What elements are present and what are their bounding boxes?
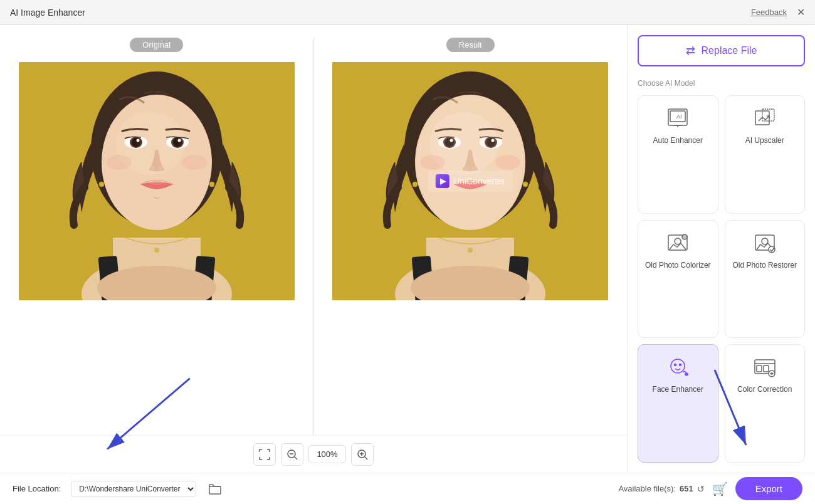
result-photo-container: ▶ UniConverter: [332, 62, 608, 300]
svg-rect-80: [764, 365, 769, 372]
right-panel: ⇄ Replace File Choose AI Model AI: [627, 25, 815, 473]
face-enhancer-label: Face Enhancer: [653, 385, 703, 395]
svg-point-15: [173, 138, 182, 147]
svg-point-47: [413, 182, 418, 187]
app-title: AI Image Enhancer: [10, 8, 85, 18]
original-side: Original: [0, 25, 313, 435]
model-card-auto-enhancer[interactable]: AI Auto Enhancer: [638, 95, 718, 214]
zoom-toolbar: 100%: [0, 435, 627, 473]
title-bar: AI Image Enhancer Feedback ✕: [0, 0, 815, 25]
file-location-select[interactable]: D:\Wondershare UniConverter 1: [71, 481, 196, 497]
close-button[interactable]: ✕: [797, 8, 805, 18]
fit-screen-button[interactable]: [253, 443, 276, 466]
model-card-old-photo-restorer[interactable]: Old Photo Restorer: [725, 220, 806, 339]
ai-upscaler-label: AI Upscaler: [745, 136, 784, 146]
svg-point-22: [99, 182, 104, 187]
ai-upscaler-icon: [752, 106, 777, 131]
title-bar-left: AI Image Enhancer: [10, 8, 85, 18]
svg-point-12: [136, 139, 139, 142]
result-side: Result: [314, 25, 628, 435]
open-folder-button[interactable]: [206, 480, 224, 498]
old-photo-restorer-icon: [752, 231, 777, 256]
watermark-text: UniConverter: [453, 176, 505, 186]
svg-point-72: [671, 359, 685, 373]
svg-point-50: [417, 97, 523, 228]
svg-point-24: [154, 248, 159, 253]
available-files-label: Available file(s):: [618, 484, 676, 493]
svg-line-52: [295, 457, 297, 459]
bottom-bar: File Location: D:\Wondershare UniConvert…: [0, 473, 815, 504]
export-button[interactable]: Export: [735, 477, 802, 500]
replace-icon: ⇄: [686, 44, 695, 58]
old-photo-colorizer-icon: [665, 231, 690, 256]
cart-icon[interactable]: 🛒: [712, 481, 728, 496]
model-card-ai-upscaler[interactable]: AI Upscaler: [725, 95, 806, 214]
color-correction-icon: [752, 355, 777, 380]
svg-point-49: [468, 248, 473, 253]
file-location-label: File Location:: [13, 484, 61, 493]
svg-rect-79: [757, 365, 762, 372]
model-card-old-photo-colorizer[interactable]: Old Photo Colorizer: [638, 220, 718, 339]
original-photo: [19, 62, 295, 300]
result-photo: ▶ UniConverter: [332, 62, 608, 300]
old-photo-colorizer-label: Old Photo Colorizer: [645, 261, 711, 271]
available-files-count: 651: [680, 484, 693, 493]
svg-point-68: [682, 234, 687, 239]
svg-point-74: [680, 364, 681, 366]
bottom-section: File Location: D:\Wondershare UniConvert…: [0, 473, 815, 504]
svg-point-18: [158, 166, 164, 171]
original-label: Original: [130, 38, 183, 52]
svg-point-73: [675, 364, 676, 366]
zoom-in-button[interactable]: [351, 443, 374, 466]
auto-enhancer-icon: AI: [665, 106, 690, 131]
old-photo-restorer-label: Old Photo Restorer: [732, 261, 797, 271]
feedback-link[interactable]: Feedback: [751, 8, 787, 17]
svg-point-20: [107, 155, 132, 170]
svg-text:AI: AI: [676, 113, 682, 120]
svg-point-11: [132, 138, 140, 147]
choose-model-label: Choose AI Model: [638, 79, 805, 88]
model-card-face-enhancer[interactable]: Face Enhancer: [638, 344, 718, 463]
bottom-bar-right: Available file(s): 651 ↺ 🛒 Export: [618, 477, 802, 500]
original-photo-container: [19, 62, 295, 300]
result-label: Result: [446, 38, 495, 52]
face-enhancer-icon: [665, 355, 690, 380]
replace-file-button[interactable]: ⇄ Replace File: [638, 35, 805, 66]
svg-point-19: [149, 181, 164, 185]
svg-point-16: [177, 139, 181, 142]
watermark: ▶ UniConverter: [428, 171, 512, 192]
main-content: Original: [0, 25, 815, 473]
available-files: Available file(s): 651 ↺: [618, 484, 704, 494]
svg-point-23: [209, 182, 214, 187]
svg-point-17: [149, 166, 155, 171]
zoom-level: 100%: [308, 445, 346, 463]
color-correction-label: Color Correction: [737, 385, 792, 395]
image-panel: Original: [0, 25, 627, 473]
model-card-color-correction[interactable]: Color Correction: [725, 344, 806, 463]
replace-file-label: Replace File: [702, 45, 757, 56]
zoom-out-button[interactable]: [281, 443, 303, 466]
image-comparison-area: Original: [0, 25, 627, 435]
auto-enhancer-label: Auto Enhancer: [653, 136, 703, 146]
watermark-icon: ▶: [436, 174, 450, 188]
svg-line-55: [365, 457, 367, 459]
title-bar-right: Feedback ✕: [751, 8, 805, 18]
refresh-icon[interactable]: ↺: [697, 484, 705, 494]
svg-point-21: [182, 155, 207, 170]
svg-point-48: [523, 182, 528, 187]
model-grid: AI Auto Enhancer: [638, 95, 805, 463]
